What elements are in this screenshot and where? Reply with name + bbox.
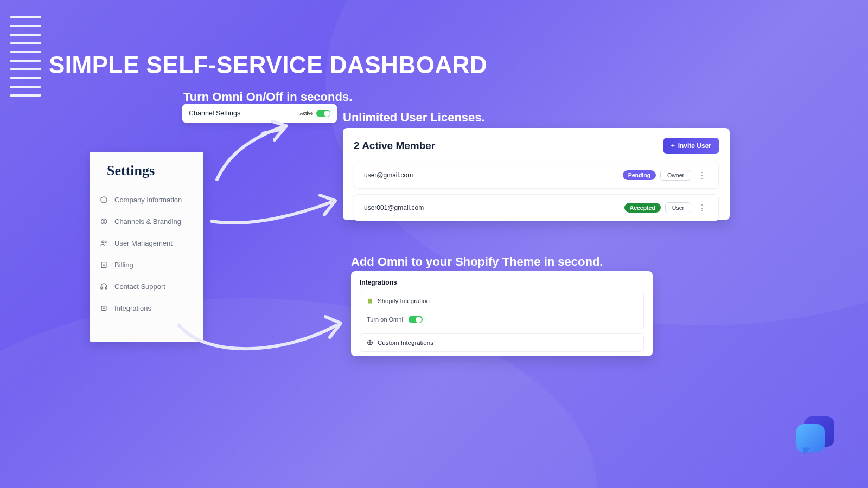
invite-user-button[interactable]: + Invite User	[663, 138, 719, 154]
user-email: user001@gmail.com	[364, 204, 424, 211]
shopify-integration-label: Shopify Integration	[378, 298, 430, 304]
shopify-integration-block: Shopify Integration Turn on Omni	[360, 292, 644, 329]
plus-icon: +	[671, 142, 675, 150]
headset-icon	[99, 282, 108, 291]
page-title: SIMPLE SELF-SERVICE DASHBOARD	[49, 52, 487, 79]
custom-integrations-row[interactable]: Custom Integrations	[360, 334, 643, 351]
info-icon	[99, 195, 108, 204]
receipt-icon	[99, 260, 108, 269]
svg-point-3	[103, 220, 105, 222]
sidebar-item-label: Integrations	[114, 304, 151, 312]
svg-point-2	[103, 198, 104, 198]
sidebar-item-label: Company Information	[114, 196, 182, 204]
user-email: user@gmail.com	[364, 171, 413, 179]
caption-channel: Turn Omni On/Off in seconds.	[183, 90, 352, 104]
svg-point-5	[101, 241, 104, 243]
integrations-title: Integrations	[360, 279, 644, 286]
row-menu-button[interactable]: ⋮	[695, 170, 709, 181]
custom-integrations-block: Custom Integrations	[360, 333, 644, 352]
sidebar-item-user-management[interactable]: User Management	[99, 232, 194, 254]
user-row: user001@gmail.com Accepted User ⋮	[354, 194, 719, 221]
brand-logo	[796, 416, 835, 455]
sidebar-item-label: Contact Support	[114, 282, 165, 291]
users-icon	[99, 239, 108, 247]
arrow-icon	[206, 117, 309, 182]
arrow-icon	[174, 304, 347, 369]
caption-users: Unlimited User Licenses.	[343, 111, 485, 125]
svg-point-6	[105, 241, 106, 242]
sidebar-item-label: User Management	[114, 239, 173, 247]
sidebar-item-channels-branding[interactable]: Channels & Branding	[99, 210, 194, 232]
invite-user-label: Invite User	[678, 142, 711, 150]
settings-heading: Settings	[107, 163, 194, 179]
users-panel: 2 Active Member + Invite User user@gmail…	[343, 128, 730, 220]
role-badge: User	[665, 202, 691, 213]
decorative-hashes	[10, 16, 41, 97]
eye-icon	[99, 217, 108, 226]
custom-integrations-label: Custom Integrations	[378, 339, 433, 346]
sidebar-item-label: Channels & Branding	[114, 217, 181, 226]
sidebar-item-label: Billing	[114, 261, 133, 269]
shopify-icon	[367, 298, 373, 304]
status-badge: Pending	[623, 170, 656, 180]
role-badge: Owner	[660, 170, 691, 181]
users-header: 2 Active Member	[354, 140, 435, 152]
caption-integrations: Add Omni to your Shopify Theme in second…	[351, 255, 603, 269]
svg-rect-11	[105, 287, 107, 289]
shopify-integration-row[interactable]: Shopify Integration	[360, 292, 643, 310]
svg-point-4	[101, 219, 106, 224]
globe-icon	[367, 339, 373, 346]
channel-active-toggle[interactable]	[316, 110, 330, 117]
channel-status-label: Active	[299, 111, 313, 116]
sidebar-item-contact-support[interactable]: Contact Support	[99, 275, 194, 297]
turn-on-omni-toggle[interactable]	[409, 316, 423, 323]
status-badge: Accepted	[624, 203, 661, 213]
arrow-icon	[206, 189, 342, 232]
channel-settings-title: Channel Settings	[189, 110, 240, 117]
turn-on-omni-label: Turn on Omni	[367, 316, 403, 323]
user-row: user@gmail.com Pending Owner ⋮	[354, 162, 719, 189]
sidebar-item-company-information[interactable]: Company Information	[99, 189, 194, 210]
row-menu-button[interactable]: ⋮	[695, 203, 709, 213]
integrations-panel: Integrations Shopify Integration Turn on…	[351, 271, 653, 356]
sidebar-item-billing[interactable]: Billing	[99, 254, 194, 275]
svg-rect-10	[100, 287, 102, 289]
plug-icon	[99, 304, 108, 312]
